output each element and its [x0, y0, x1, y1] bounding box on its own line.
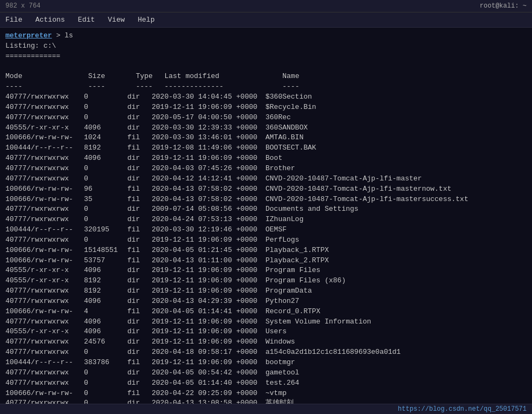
file-size: 0 — [84, 347, 127, 358]
file-name: ~vtmp — [265, 389, 287, 399]
file-mode: 40777/rwxrwxrwx — [5, 153, 84, 164]
file-modified: 2019-12-11 19:06:09 +0000 — [152, 153, 265, 164]
file-name: gametool — [265, 368, 299, 378]
file-type: dir — [127, 296, 152, 307]
file-mode: 40777/rwxrwxrwx — [5, 337, 84, 347]
file-size: 0 — [84, 174, 127, 184]
table-row: 100666/rw-rw-rw-0fil2020-04-22 09:25:09 … — [5, 389, 527, 399]
table-row: 40555/r-xr-xr-x8192dir2019-12-11 19:06:0… — [5, 276, 527, 286]
title-bar: 532 x 414 root@kali: ~ — [0, 0, 532, 12]
file-type: fil — [127, 245, 152, 256]
listing-path: Listing: c:\ — [5, 41, 527, 51]
file-modified: 2020-04-05 00:54:42 +0000 — [152, 368, 265, 378]
file-mode: 40777/rwxrwxrwx — [5, 347, 84, 358]
table-row: 40777/rwxrwxrwx0dir2020-05-17 04:00:50 +… — [5, 113, 527, 123]
file-type: dir — [127, 235, 152, 245]
file-size: 24576 — [84, 337, 127, 347]
file-modified: 2020-04-13 07:58:02 +0000 — [152, 184, 265, 195]
file-name: Boot — [265, 153, 282, 164]
table-row: 40777/rwxrwxrwx0dir2020-04-24 07:53:13 +… — [5, 215, 527, 225]
file-mode: 40555/r-xr-xr-x — [5, 327, 84, 337]
file-name: AMTAG.BIN — [265, 133, 303, 143]
file-modified: 2020-03-30 12:39:33 +0000 — [152, 123, 265, 133]
menu-item-actions[interactable]: Actions — [33, 15, 67, 25]
table-row: 100666/rw-rw-rw-35fil2020-04-13 07:58:02… — [5, 195, 527, 205]
file-type: fil — [127, 184, 152, 195]
terminal[interactable]: meterpreter > ls Listing: c:\ ==========… — [0, 28, 532, 404]
file-mode: 100444/r--r--r-- — [5, 143, 84, 153]
file-name: Users — [265, 327, 287, 337]
file-name: Brother — [265, 164, 295, 174]
file-modified: 2020-04-12 14:12:41 +0000 — [152, 174, 265, 184]
file-mode: 100666/rw-rw-rw- — [5, 245, 84, 256]
table-row: 40777/rwxrwxrwx0dir2020-04-12 14:12:41 +… — [5, 174, 527, 184]
file-modified: 2020-04-05 01:14:41 +0000 — [152, 307, 265, 317]
terminal-line-prompt1: meterpreter > ls — [5, 31, 527, 41]
table-row: 40777/rwxrwxrwx0dir2019-12-11 19:06:09 +… — [5, 102, 527, 113]
menu-item-edit[interactable]: Edit — [76, 15, 97, 25]
file-name: Program Files — [265, 266, 320, 276]
table-row: 100666/rw-rw-rw-15148551fil2020-04-05 01… — [5, 245, 527, 256]
file-mode: 100666/rw-rw-rw- — [5, 307, 84, 317]
table-row: 40777/rwxrwxrwx0dir2020-04-03 07:45:26 +… — [5, 164, 527, 174]
file-mode: 100444/r--r--r-- — [5, 358, 84, 368]
dash-modified: -------------- — [164, 82, 278, 92]
file-mode: 40777/rwxrwxrwx — [5, 378, 84, 389]
blank-line — [5, 62, 527, 72]
file-mode: 40777/rwxrwxrwx — [5, 113, 84, 123]
file-modified: 2020-04-13 07:58:02 +0000 — [152, 195, 265, 205]
file-mode: 40777/rwxrwxrwx — [5, 102, 84, 113]
file-size: 0 — [84, 215, 127, 225]
menu-item-file[interactable]: File — [3, 15, 24, 25]
file-mode: 40777/rwxrwxrwx — [5, 215, 84, 225]
prompt-arrow: > ls — [56, 31, 73, 40]
file-modified: 2020-05-17 04:00:50 +0000 — [152, 113, 265, 123]
prompt-label: meterpreter — [5, 31, 52, 40]
file-size: 8192 — [84, 276, 127, 286]
file-size: 0 — [84, 92, 127, 102]
file-name: Windows — [265, 337, 295, 347]
header-dash-row: ---- ---- ---- -------------- ---- — [5, 82, 527, 92]
file-type: dir — [127, 204, 152, 215]
file-type: fil — [127, 358, 152, 368]
file-mode: 100666/rw-rw-rw- — [5, 256, 84, 266]
menu-item-help[interactable]: Help — [135, 15, 157, 25]
menu-item-view[interactable]: View — [106, 15, 127, 25]
file-mode: 40555/r-xr-xr-x — [5, 123, 84, 133]
file-mode: 40777/rwxrwxrwx — [5, 92, 84, 102]
file-name: CNVD-2020-10487-Tomcat-Ajp-lfi-masternow… — [265, 184, 451, 195]
table-row: 40777/rwxrwxrwx4096dir2019-12-11 19:06:0… — [5, 153, 527, 164]
file-name: CNVD-2020-10487-Tomcat-Ajp-lfi-master — [265, 174, 422, 184]
file-size: 4096 — [84, 123, 127, 133]
table-row: 40555/r-xr-xr-x4096dir2020-03-30 12:39:3… — [5, 123, 527, 133]
file-mode: 100444/r--r--r-- — [5, 225, 84, 235]
table-row: 40777/rwxrwxrwx0dir2020-04-18 09:58:17 +… — [5, 347, 527, 358]
file-mode: 40777/rwxrwxrwx — [5, 204, 84, 215]
window-dimensions: 532 x 414 — [5, 2, 41, 10]
file-size: 383786 — [84, 358, 127, 368]
file-type: fil — [127, 195, 152, 205]
file-size: 4096 — [84, 296, 127, 307]
file-name: OEMSF — [265, 225, 287, 235]
file-modified: 2020-03-30 14:04:45 +0000 — [152, 92, 265, 102]
file-type: fil — [127, 389, 152, 399]
file-name: $360Section — [265, 92, 312, 102]
window-title: root@kali: ~ — [480, 2, 527, 10]
file-modified: 2019-12-11 19:06:09 +0000 — [152, 235, 265, 245]
dash-name: ---- — [282, 82, 299, 92]
file-size: 4 — [84, 307, 127, 317]
file-mode: 40777/rwxrwxrwx — [5, 368, 84, 378]
col-header-type: Type — [136, 72, 160, 82]
file-size: 0 — [84, 368, 127, 378]
table-row: 40777/rwxrwxrwx0dir2020-03-30 14:04:45 +… — [5, 92, 527, 102]
file-size: 35 — [84, 195, 127, 205]
file-type: fil — [127, 307, 152, 317]
file-modified: 2020-04-22 09:25:09 +0000 — [152, 389, 265, 399]
file-type: dir — [127, 398, 152, 404]
file-size: 8192 — [84, 286, 127, 296]
file-size: 96 — [84, 184, 127, 195]
file-mode: 40777/rwxrwxrwx — [5, 398, 84, 404]
file-type: dir — [127, 266, 152, 276]
file-mode: 40777/rwxrwxrwx — [5, 296, 84, 307]
status-bar: https://blog.csdn.net/qq_25017571 — [0, 404, 532, 414]
